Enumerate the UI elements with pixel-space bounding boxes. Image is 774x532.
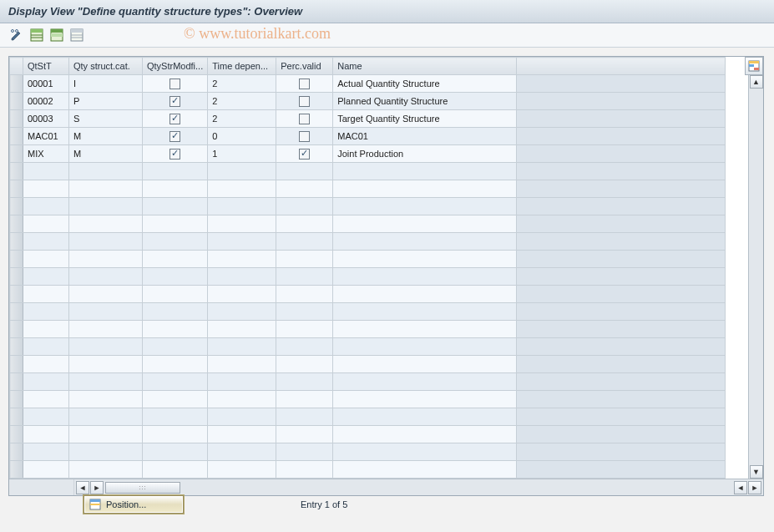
cell-perc[interactable] <box>276 75 333 93</box>
cell-name[interactable] <box>333 303 517 321</box>
col-header-name[interactable]: Name <box>333 58 517 75</box>
cell-time[interactable] <box>208 443 276 461</box>
row-selector[interactable] <box>10 303 23 321</box>
checkbox-icon[interactable] <box>299 131 310 142</box>
cell-mod[interactable] <box>143 426 208 443</box>
cell-perc[interactable] <box>276 215 333 233</box>
cell-mod[interactable] <box>143 75 208 93</box>
cell-name[interactable] <box>333 286 517 303</box>
cell-qtstt[interactable] <box>23 391 69 408</box>
cell-time[interactable] <box>208 268 276 286</box>
cell-name[interactable] <box>333 461 517 479</box>
cell-time[interactable] <box>208 391 276 408</box>
cell-time[interactable]: 2 <box>208 75 276 93</box>
cell-mod[interactable] <box>143 180 208 198</box>
row-selector[interactable] <box>10 321 23 338</box>
row-selector[interactable] <box>10 373 23 391</box>
row-selector[interactable] <box>10 163 23 180</box>
deselect-all-button[interactable] <box>68 27 85 43</box>
cell-qtstt[interactable] <box>23 215 69 233</box>
cell-mod[interactable] <box>143 303 208 321</box>
cell-perc[interactable] <box>276 180 333 198</box>
cell-name[interactable]: MAC01 <box>333 128 517 145</box>
checkbox-icon[interactable] <box>169 114 180 124</box>
cell-time[interactable] <box>208 233 276 251</box>
cell-time[interactable] <box>208 426 276 443</box>
table-settings-button[interactable] <box>745 57 763 75</box>
cell-perc[interactable] <box>276 110 333 128</box>
cell-mod[interactable] <box>143 110 208 128</box>
cell-cat[interactable] <box>69 391 143 408</box>
cell-perc[interactable] <box>276 268 333 286</box>
cell-name[interactable] <box>333 426 517 443</box>
cell-cat[interactable] <box>69 303 143 321</box>
cell-perc[interactable] <box>276 461 333 479</box>
cell-perc[interactable] <box>276 426 333 443</box>
cell-cat[interactable]: S <box>69 110 143 128</box>
cell-cat[interactable] <box>69 251 143 268</box>
cell-time[interactable] <box>208 198 276 215</box>
cell-name[interactable]: Actual Quantity Structure <box>333 75 517 93</box>
row-selector[interactable] <box>10 268 23 286</box>
cell-mod[interactable] <box>143 286 208 303</box>
cell-name[interactable] <box>333 268 517 286</box>
cell-name[interactable] <box>333 180 517 198</box>
table-row-empty[interactable] <box>10 268 726 286</box>
position-button[interactable]: Position... <box>83 495 184 514</box>
cell-perc[interactable] <box>276 163 333 180</box>
cell-name[interactable]: Target Quantity Structure <box>333 110 517 128</box>
row-selector[interactable] <box>10 233 23 251</box>
cell-name[interactable]: Joint Production <box>333 145 517 163</box>
cell-name[interactable] <box>333 373 517 391</box>
cell-qtstt[interactable]: MIX <box>23 145 69 163</box>
cell-cat[interactable] <box>69 233 143 251</box>
col-header-mod[interactable]: QtyStrModfi... <box>143 58 208 75</box>
col-header-qtstt[interactable]: QtStT <box>23 58 69 75</box>
row-selector[interactable] <box>10 75 23 93</box>
row-selector[interactable] <box>10 110 23 128</box>
checkbox-icon[interactable] <box>299 79 310 89</box>
row-selector[interactable] <box>10 180 23 198</box>
scroll-up-icon[interactable]: ▲ <box>750 75 763 89</box>
cell-time[interactable]: 1 <box>208 145 276 163</box>
cell-cat[interactable]: M <box>69 145 143 163</box>
vertical-scrollbar[interactable]: ▲ ▼ <box>748 75 763 479</box>
table-row[interactable]: MIXM1Joint Production <box>10 145 726 163</box>
cell-mod[interactable] <box>143 338 208 356</box>
cell-name[interactable] <box>333 408 517 426</box>
row-selector[interactable] <box>10 356 23 373</box>
row-selector-header[interactable] <box>10 58 23 75</box>
table-row[interactable]: 00001I2Actual Quantity Structure <box>10 75 726 93</box>
cell-time[interactable] <box>208 373 276 391</box>
cell-qtstt[interactable] <box>23 163 69 180</box>
cell-perc[interactable] <box>276 128 333 145</box>
cell-qtstt[interactable] <box>23 251 69 268</box>
cell-perc[interactable] <box>276 356 333 373</box>
cell-perc[interactable] <box>276 286 333 303</box>
table-row-empty[interactable] <box>10 180 726 198</box>
cell-time[interactable] <box>208 286 276 303</box>
cell-cat[interactable] <box>69 321 143 338</box>
cell-qtstt[interactable] <box>23 338 69 356</box>
table-row[interactable]: 00002P2Planned Quantity Structure <box>10 93 726 110</box>
cell-perc[interactable] <box>276 391 333 408</box>
select-all-button[interactable] <box>28 27 45 43</box>
cell-time[interactable] <box>208 408 276 426</box>
cell-cat[interactable] <box>69 163 143 180</box>
cell-time[interactable] <box>208 461 276 479</box>
cell-perc[interactable] <box>276 251 333 268</box>
table-row-empty[interactable] <box>10 251 726 268</box>
cell-mod[interactable] <box>143 321 208 338</box>
cell-name[interactable]: Planned Quantity Structure <box>333 93 517 110</box>
cell-name[interactable] <box>333 163 517 180</box>
cell-cat[interactable] <box>69 408 143 426</box>
cell-mod[interactable] <box>143 233 208 251</box>
row-selector[interactable] <box>10 443 23 461</box>
cell-perc[interactable] <box>276 338 333 356</box>
cell-mod[interactable] <box>143 251 208 268</box>
table-row-empty[interactable] <box>10 443 726 461</box>
cell-perc[interactable] <box>276 93 333 110</box>
cell-mod[interactable] <box>143 356 208 373</box>
cell-mod[interactable] <box>143 215 208 233</box>
cell-qtstt[interactable] <box>23 233 69 251</box>
